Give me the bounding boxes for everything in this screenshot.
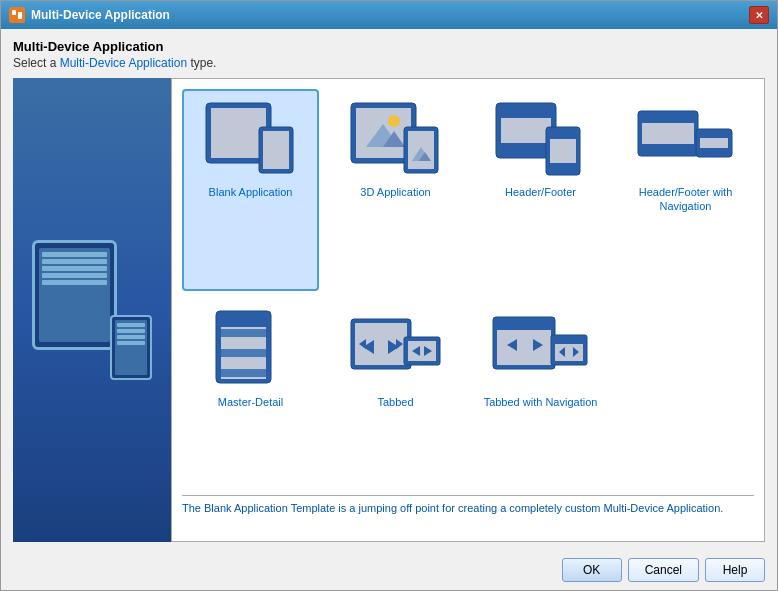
template-hfnav-icon [636,99,736,179]
tablet-icon [32,240,117,350]
svg-rect-30 [700,148,728,153]
template-hfnav-label: Header/Footer with Navigation [623,185,748,214]
button-row: OK Cancel Help [1,550,777,590]
template-tabbed-label: Tabbed [377,395,413,409]
template-hf-icon [491,99,591,179]
svg-rect-1 [18,12,22,19]
title-bar: Multi-Device Application ✕ [1,1,777,29]
left-panel [13,78,171,542]
svg-rect-0 [12,10,16,15]
template-hf-label: Header/Footer [505,185,576,199]
close-button[interactable]: ✕ [749,6,769,24]
template-tabbednav[interactable]: Tabbed with Navigation [472,299,609,487]
main-panel: Blank Application [13,78,765,542]
template-md-label: Master-Detail [218,395,283,409]
svg-rect-38 [221,369,266,377]
description-bar: The Blank Application Template is a jump… [182,495,754,531]
svg-rect-26 [642,144,694,152]
template-3d[interactable]: 3D Application [327,89,464,291]
help-button[interactable]: Help [705,558,765,582]
template-blank[interactable]: Blank Application [182,89,319,291]
svg-rect-25 [642,115,694,123]
template-hfnav[interactable]: Header/Footer with Navigation [617,89,754,291]
templates-grid: Blank Application [182,89,754,487]
window-title: Multi-Device Application [31,8,170,22]
template-3d-icon [346,99,446,179]
header-section: Multi-Device Application Select a Multi-… [13,39,765,70]
template-md-icon [201,309,301,389]
svg-point-10 [388,115,400,127]
svg-rect-17 [501,108,551,118]
title-bar-left: Multi-Device Application [9,7,170,23]
template-blank-label: Blank Application [209,185,293,199]
svg-rect-56 [555,339,583,344]
svg-rect-22 [550,163,576,171]
template-hf[interactable]: Header/Footer [472,89,609,291]
description-text: The Blank Application Template is a jump… [182,502,723,514]
ok-button[interactable]: OK [562,558,622,582]
content-area: Multi-Device Application Select a Multi-… [1,29,777,550]
template-tabbednav-icon [491,309,591,389]
device-illustration [32,240,152,380]
svg-rect-36 [221,349,266,357]
template-3d-label: 3D Application [360,185,430,199]
template-blank-icon [201,99,301,179]
app-icon [9,7,25,23]
cancel-button[interactable]: Cancel [628,558,699,582]
svg-rect-37 [221,359,266,367]
svg-rect-5 [263,131,289,169]
svg-rect-21 [550,131,576,139]
template-tabbednav-label: Tabbed with Navigation [484,395,598,409]
template-tabbed-icon [346,309,446,389]
template-tabbed[interactable]: Tabbed [327,299,464,487]
window: Multi-Device Application ✕ Multi-Device … [0,0,778,591]
svg-rect-33 [221,317,266,327]
dialog-title: Multi-Device Application [13,39,765,54]
phone-icon [110,315,152,380]
svg-rect-29 [700,133,728,138]
svg-rect-18 [501,143,551,153]
template-md[interactable]: Master-Detail [182,299,319,487]
svg-rect-35 [221,339,266,347]
right-panel: Blank Application [171,78,765,542]
svg-rect-3 [211,108,266,158]
svg-rect-51 [497,321,551,330]
dialog-subtitle: Select a Multi-Device Application type. [13,56,765,70]
svg-rect-34 [221,329,266,337]
